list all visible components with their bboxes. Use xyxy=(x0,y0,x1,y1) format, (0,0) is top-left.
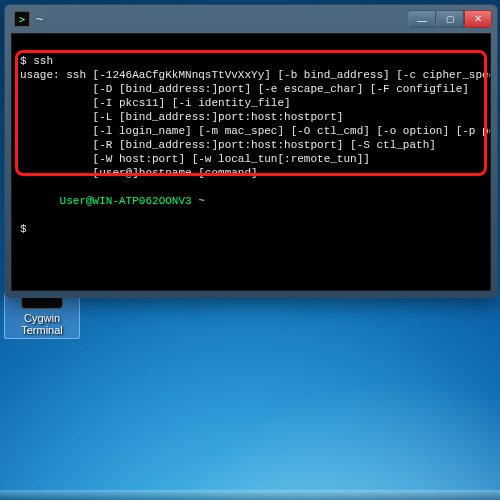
terminal-line: [-W host:port] [-w local_tun[:remote_tun… xyxy=(20,152,482,166)
prompt-path: ~ xyxy=(198,195,205,207)
terminal-line: [-D [bind_address:]port] [-e escape_char… xyxy=(20,82,482,96)
terminal-line: usage: ssh [-1246AaCfgKkMNnqsTtVvXxYy] [… xyxy=(20,68,482,82)
terminal-body[interactable]: $ $ ssh usage: ssh [-1246AaCfgKkMNnqsTtV… xyxy=(11,33,491,291)
desktop-icon-label: Cygwin Terminal xyxy=(7,312,77,336)
terminal-prompt: User@WIN-ATP062OONV3 ~ xyxy=(20,180,482,222)
maximize-button[interactable] xyxy=(436,10,464,28)
terminal-line: [-L [bind_address:]port:host:hostport] xyxy=(20,110,482,124)
close-button[interactable] xyxy=(464,10,492,28)
prompt-user: User@WIN-ATP062OONV3 xyxy=(60,195,192,207)
cygwin-terminal-window[interactable]: > ~ $ $ ssh usage: ssh [-1246AaCfgKkMNnq… xyxy=(4,4,498,298)
terminal-line: [user@]hostname [command] xyxy=(20,166,482,180)
minimize-button[interactable] xyxy=(408,10,436,28)
terminal-input-line[interactable]: $ xyxy=(20,222,482,236)
window-title: ~ xyxy=(36,12,408,26)
app-icon: > xyxy=(14,11,30,27)
terminal-line: [-R [bind_address:]port:host:hostport] [… xyxy=(20,138,482,152)
taskbar[interactable] xyxy=(0,490,500,500)
terminal-line: [-I pkcs11] [-i identity_file] xyxy=(20,96,482,110)
titlebar[interactable]: > ~ xyxy=(8,8,494,30)
terminal-line: $ ssh xyxy=(20,54,482,68)
terminal-line: [-l login_name] [-m mac_spec] [-O ctl_cm… xyxy=(20,124,482,138)
